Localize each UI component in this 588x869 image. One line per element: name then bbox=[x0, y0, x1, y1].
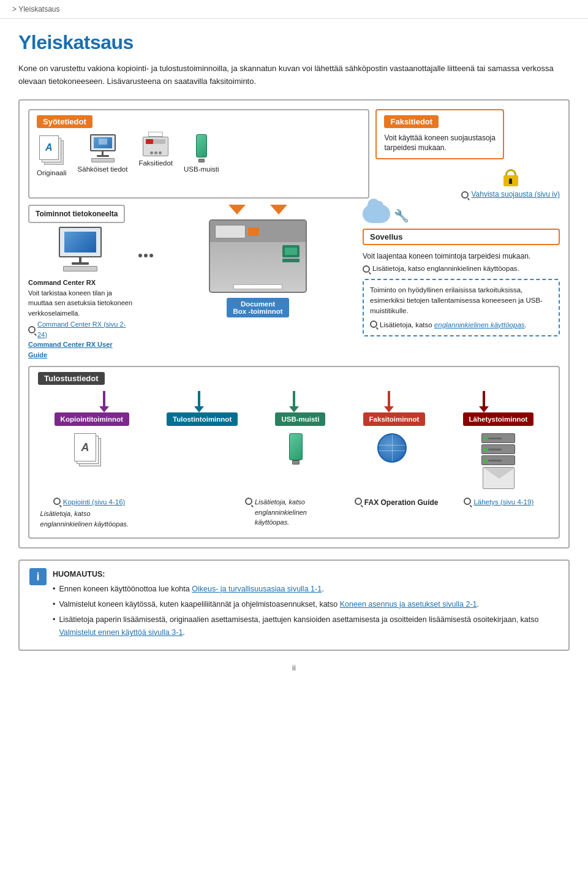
note-link-2[interactable]: Koneen asennus ja asetukset sivulla 2-1 bbox=[340, 600, 477, 609]
docbox-hint-text: Lisätietoja, katso englanninkielinen käy… bbox=[380, 320, 527, 330]
kopiointi-info: Kopiointi (sivu 4-16) Lisätietoja, katso… bbox=[40, 497, 138, 529]
folder-tab bbox=[282, 259, 300, 262]
folder-area bbox=[282, 245, 300, 262]
keyboard bbox=[91, 158, 115, 162]
note-content: HUOMAUTUS: • Ennen koneen käyttöönottoa … bbox=[53, 568, 559, 642]
kopiointi-doc-icon: A bbox=[73, 433, 104, 469]
fax-link-row: FAX Operation Guide bbox=[355, 497, 439, 508]
docbox-hint-link[interactable]: englanninkielinen käyttöopas bbox=[434, 321, 525, 328]
breadcrumb-separator: > bbox=[12, 5, 17, 13]
docbox-line2: Box -toiminnot bbox=[233, 308, 282, 315]
cmd-link[interactable]: Command Center RX (sivu 2-24) bbox=[37, 319, 132, 340]
rack-led-3 bbox=[484, 459, 487, 462]
big-computer-icon bbox=[59, 227, 102, 271]
cmd-link-row: Command Center RX (sivu 2-24) bbox=[28, 319, 132, 340]
dot-3 bbox=[149, 254, 153, 257]
intro-text: Kone on varustettu vakiona kopiointi- ja… bbox=[18, 63, 570, 88]
monitor-screen bbox=[94, 137, 112, 148]
left-col: Toiminnot tietokoneelta Command Center R… bbox=[28, 205, 132, 360]
page-title: Yleiskatsaus bbox=[18, 31, 570, 54]
cloud-row: 🔧 bbox=[363, 205, 560, 223]
arrow-down-1 bbox=[228, 205, 246, 214]
syotetiedot-box: Syötetiedot A Originaali bbox=[28, 109, 369, 199]
lahetys-link[interactable]: Lähetys (sivu 4-19) bbox=[473, 497, 533, 507]
rack-led-2 bbox=[484, 448, 487, 451]
big-monitor bbox=[59, 227, 102, 257]
command-info: Command Center RX Voit tarkistaa koneen … bbox=[28, 278, 132, 360]
sovellus-text: Voit laajentaa koneen toimintoja tarpeid… bbox=[363, 251, 560, 262]
output-bottom-row: Kopiointi (sivu 4-16) Lisätietoja, katso… bbox=[38, 497, 550, 529]
keyhole bbox=[509, 178, 512, 184]
lock-container: Vahvista suojausta (sivu iv) bbox=[461, 164, 560, 199]
lock-body bbox=[503, 175, 518, 186]
sovellus-section: 🔧 Sovellus Voit laajentaa koneen toimint… bbox=[363, 205, 560, 273]
input-usb: USB-muisti bbox=[184, 134, 219, 173]
bullet-dot-1: • bbox=[53, 583, 55, 596]
usb-hint-row: Lisätietoja, katso englanninkielinen käy… bbox=[245, 497, 343, 528]
dot-2 bbox=[144, 254, 148, 257]
output-buttons-row: Kopiointitoiminnot Tulostintoiminnot USB… bbox=[38, 412, 550, 426]
sovellus-hint-row: Lisätietoja, katso englanninkielinen käy… bbox=[363, 265, 560, 273]
rack-led-1 bbox=[484, 437, 487, 440]
sovellus-hint: Lisätietoja, katso englanninkielinen käy… bbox=[372, 265, 519, 272]
cmd-title: Command Center RX bbox=[28, 278, 132, 288]
shaft-purple bbox=[103, 391, 105, 406]
faks-icon-col bbox=[377, 433, 407, 465]
faksitiedot-text: Voit käyttää koneen suojaustasoja tarpei… bbox=[384, 133, 496, 154]
mfp-display bbox=[215, 225, 246, 238]
dots-row bbox=[138, 254, 153, 257]
bullet-dot-3: • bbox=[53, 613, 55, 640]
arrow-darkred bbox=[479, 391, 489, 412]
sovellus-box: Sovellus bbox=[363, 229, 560, 245]
cmd-guide-link[interactable]: Command Center RX User Guide bbox=[28, 341, 113, 359]
search-icon-fax bbox=[355, 498, 362, 505]
kopiointi-link-row: Kopiointi (sivu 4-16) bbox=[53, 497, 126, 507]
breadcrumb-current: Yleiskatsaus bbox=[18, 5, 59, 13]
head-green2 bbox=[289, 406, 299, 412]
rack-slot-1 bbox=[488, 438, 502, 439]
note-box: i HUOMAUTUS: • Ennen koneen käyttöönotto… bbox=[18, 560, 570, 650]
faksitiedot-input-label: Faksitiedot bbox=[138, 159, 173, 167]
note-link-3[interactable]: Valmistelut ennen käyttöä sivulla 3-1 bbox=[59, 628, 183, 637]
head-purple bbox=[99, 406, 109, 412]
kopiointi-hint: Lisätietoja, katso englanninkielinen käy… bbox=[40, 509, 138, 529]
breadcrumb: > Yleiskatsaus bbox=[0, 0, 588, 19]
docbox-info-text: Toiminto on hyödyllinen erilaisissa tark… bbox=[370, 285, 552, 317]
vahvista-link[interactable]: Vahvista suojausta (sivu iv) bbox=[471, 190, 560, 199]
faksitiedot-side: Faksitiedot Voit käyttää koneen suojaust… bbox=[375, 109, 560, 199]
fax-red bbox=[146, 139, 153, 144]
mfp-large bbox=[209, 219, 307, 293]
kopiointi-icon-col: A bbox=[73, 433, 104, 469]
monitor-base bbox=[97, 155, 109, 157]
input-faksitiedot: Faksitiedot bbox=[138, 134, 173, 167]
rack-slot-2 bbox=[488, 449, 502, 450]
faksitiedot-title: Faksitiedot bbox=[384, 115, 439, 128]
lahetys-link-row: Lähetys (sivu 4-19) bbox=[464, 497, 533, 507]
fax-info: FAX Operation Guide bbox=[347, 497, 445, 529]
bullet-2-text: Valmistelut koneen käytössä, kuten kaape… bbox=[59, 598, 479, 611]
search-icon-lahetys bbox=[464, 498, 471, 505]
monitor-stand bbox=[102, 151, 104, 155]
fax-btn-1 bbox=[150, 151, 153, 154]
head-teal bbox=[194, 406, 204, 412]
bullet-1-text: Ennen koneen käyttöönottoa lue kohta Oik… bbox=[59, 583, 323, 596]
arrow-down-2 bbox=[270, 205, 287, 214]
doc-letter: A bbox=[45, 142, 53, 153]
folder-1 bbox=[282, 245, 300, 257]
bullet-dot-2: • bbox=[53, 598, 55, 611]
arrow-row bbox=[38, 391, 550, 412]
note-icon: i bbox=[29, 568, 47, 585]
envelope-flap bbox=[483, 468, 514, 479]
fax-icon bbox=[143, 134, 168, 156]
doc-a-letter: A bbox=[81, 441, 89, 454]
tulostus-info bbox=[143, 497, 241, 529]
kopiointi-link[interactable]: Kopiointi (sivu 4-16) bbox=[63, 497, 126, 507]
btn-tulostus: Tulostintoiminnot bbox=[167, 412, 238, 426]
usb-tip bbox=[198, 159, 205, 162]
input-originaali: A Originaali bbox=[37, 134, 67, 176]
usb-body bbox=[196, 134, 207, 157]
btn-faksi: Faksitoiminnot bbox=[363, 412, 426, 426]
search-icon-kopiointi bbox=[53, 498, 61, 505]
bullet-3-text: Lisätietoja paperin lisäämisestä, origin… bbox=[59, 613, 559, 640]
note-link-1[interactable]: Oikeus- ja turvallisuusasiaa sivulla 1-1 bbox=[192, 585, 322, 593]
